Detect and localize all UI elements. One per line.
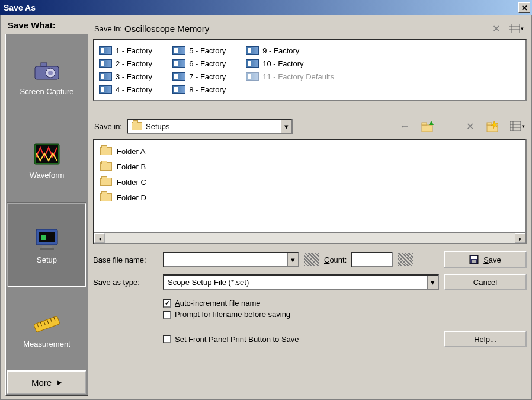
- count-label: Count:: [324, 255, 347, 264]
- memory-entry[interactable]: 4 - Factory: [99, 83, 152, 96]
- memory-view-button[interactable]: ▾: [507, 21, 525, 36]
- memory-slot-icon: [246, 59, 259, 68]
- memory-entry-label: 9 - Factory: [262, 46, 299, 55]
- measurement-icon: [33, 310, 61, 336]
- grid-view-icon: [509, 24, 520, 33]
- floppy-icon: [469, 255, 479, 264]
- back-button[interactable]: ←: [398, 119, 412, 133]
- memory-entry-label: 3 - Factory: [116, 72, 152, 81]
- save-button[interactable]: Save: [444, 251, 527, 268]
- memory-entry-label: 10 - Factory: [262, 59, 303, 68]
- file-delete-button[interactable]: ✕: [463, 119, 477, 133]
- setup-icon: [33, 226, 61, 252]
- folder-label: Folder C: [117, 178, 146, 187]
- memory-slot-icon: [172, 72, 185, 81]
- svg-rect-11: [34, 316, 60, 332]
- chevron-down-icon: ▾: [521, 25, 524, 31]
- help-button[interactable]: Help...: [444, 331, 527, 347]
- svg-rect-8: [41, 235, 46, 240]
- sidebar-item-label: Measurement: [23, 340, 70, 348]
- sidebar-item-setup[interactable]: Setup: [7, 203, 86, 288]
- memory-slot-icon: [172, 46, 185, 55]
- savein-value: Setups: [146, 122, 281, 131]
- memory-entry[interactable]: 8 - Factory: [172, 83, 226, 96]
- front-panel-checkbox[interactable]: Set Front Panel Print Button to Save: [163, 335, 439, 344]
- memory-slot-icon: [99, 85, 112, 94]
- checkbox-icon: ✔: [163, 299, 171, 308]
- memory-entry[interactable]: 2 - Factory: [99, 57, 152, 70]
- delete-icon: ✕: [492, 23, 500, 34]
- memory-entry-label: 11 - Factory Defaults: [262, 72, 334, 81]
- memory-entry[interactable]: 3 - Factory: [99, 70, 152, 83]
- memory-savein-label: Save in:: [94, 24, 124, 33]
- up-button[interactable]: [420, 119, 434, 133]
- memory-entry-label: 2 - Factory: [116, 59, 152, 68]
- window-title: Save As: [4, 3, 518, 12]
- folder-item[interactable]: Folder B: [100, 159, 520, 174]
- folder-item[interactable]: Folder D: [100, 190, 520, 205]
- svg-point-3: [48, 71, 53, 75]
- memory-entry[interactable]: 5 - Factory: [172, 44, 226, 57]
- sidebar-item-measurement[interactable]: Measurement: [7, 287, 86, 370]
- titlebar: Save As ✕: [0, 0, 532, 15]
- file-list[interactable]: Folder A Folder B Folder C Folder D: [93, 139, 527, 233]
- memory-slot-icon: [172, 85, 185, 94]
- scroll-right-button[interactable]: ▸: [515, 233, 525, 243]
- auto-increment-checkbox[interactable]: ✔ Auto-increment file name: [163, 299, 439, 308]
- svg-rect-25: [487, 123, 492, 125]
- scroll-track[interactable]: [105, 233, 515, 243]
- waveform-icon: [33, 141, 61, 167]
- sidebar-item-screen-capture[interactable]: Screen Capture: [7, 36, 86, 119]
- file-list-scrollbar[interactable]: ◂ ▸: [93, 233, 527, 244]
- folder-item[interactable]: Folder A: [100, 143, 520, 159]
- memory-delete-button[interactable]: ✕: [489, 21, 503, 36]
- scroll-left-button[interactable]: ◂: [94, 233, 105, 243]
- memory-entry[interactable]: 7 - Factory: [172, 70, 226, 83]
- memory-slot-icon: [246, 72, 259, 81]
- folder-icon: [100, 178, 112, 186]
- sidebar: Screen Capture Waveform Setup Measuremen…: [5, 34, 88, 396]
- camera-icon: [33, 57, 61, 84]
- memory-slot-icon: [99, 46, 112, 55]
- more-button[interactable]: More ▸: [7, 370, 86, 394]
- memory-entry[interactable]: 9 - Factory: [246, 44, 334, 57]
- svg-rect-23: [422, 123, 427, 125]
- memory-list: 1 - Factory 2 - Factory 3 - Factory 4 - …: [93, 39, 527, 101]
- memory-entry[interactable]: 6 - Factory: [172, 57, 226, 70]
- prompt-checkbox[interactable]: Prompt for filename before saving: [163, 310, 439, 319]
- memory-entry[interactable]: 1 - Factory: [99, 44, 152, 57]
- folder-icon: [100, 162, 112, 171]
- delete-icon: ✕: [466, 121, 474, 132]
- memory-entry-label: 1 - Factory: [116, 46, 152, 55]
- savein-dropdown[interactable]: Setups ▾: [127, 119, 293, 134]
- memory-entry-label: 5 - Factory: [189, 46, 226, 55]
- memory-entry[interactable]: 10 - Factory: [246, 57, 334, 70]
- cancel-button[interactable]: Cancel: [444, 274, 527, 290]
- close-button[interactable]: ✕: [518, 2, 530, 13]
- arrow-left-icon: ←: [399, 120, 410, 133]
- save-as-type-dropdown[interactable]: Scope Setup File (*.set) ▾: [163, 274, 439, 290]
- checkbox-icon: [163, 335, 171, 343]
- chevron-down-icon: ▾: [287, 253, 298, 266]
- sidebar-item-label: Setup: [37, 255, 57, 264]
- chevron-right-icon: ▸: [57, 377, 62, 388]
- folder-item[interactable]: Folder C: [100, 174, 520, 190]
- sidebar-item-waveform[interactable]: Waveform: [7, 119, 86, 203]
- sidebar-heading: Save What:: [5, 19, 88, 34]
- new-folder-button[interactable]: [485, 119, 499, 133]
- folder-up-icon: [421, 120, 434, 132]
- memory-slot-icon: [99, 59, 112, 68]
- memory-slot-icon: [172, 59, 185, 68]
- hatch-icon: [398, 253, 413, 266]
- memory-entry-label: 4 - Factory: [116, 85, 152, 94]
- memory-entry: 11 - Factory Defaults: [246, 70, 334, 83]
- memory-entry-label: 6 - Factory: [189, 59, 226, 68]
- save-as-type-label: Save as type:: [93, 278, 158, 287]
- memory-entry-label: 8 - Factory: [189, 85, 226, 94]
- base-filename-dropdown[interactable]: ▾: [163, 252, 299, 267]
- more-label: More: [31, 377, 52, 388]
- count-input[interactable]: [351, 252, 393, 267]
- file-view-button[interactable]: ▾: [508, 119, 527, 133]
- svg-rect-32: [472, 260, 476, 263]
- memory-slot-icon: [246, 46, 259, 55]
